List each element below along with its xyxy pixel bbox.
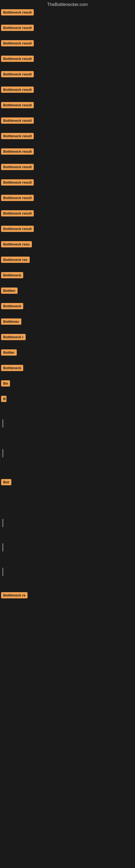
- result-item: B: [0, 396, 135, 403]
- result-item: Bottleneck result: [0, 102, 135, 109]
- result-item: Bottleneck result: [0, 226, 135, 233]
- result-item: Bottleneck result: [0, 133, 135, 140]
- bottleneck-badge[interactable]: Bottleneck result: [1, 210, 34, 216]
- result-item: Bottleneck result: [0, 164, 135, 171]
- bottleneck-badge[interactable]: Bottleneck res: [1, 257, 30, 263]
- result-item: Bottleneck res: [0, 257, 135, 264]
- result-item: Bot: [0, 479, 135, 486]
- result-item: Bottlenec: [0, 318, 135, 326]
- bottleneck-badge[interactable]: Bottleneck result: [1, 25, 34, 31]
- bar-indicator: [2, 568, 3, 576]
- bottleneck-badge[interactable]: Bottleneck re: [1, 592, 28, 598]
- result-item: Bottleneck result: [0, 71, 135, 79]
- bottleneck-badge[interactable]: Bottleneck: [1, 303, 23, 309]
- bottleneck-badge[interactable]: Bottleneck result: [1, 87, 34, 93]
- bottleneck-badge[interactable]: Bottleneck result: [1, 9, 34, 16]
- bottleneck-badge[interactable]: Bottlenec: [1, 318, 21, 325]
- result-item: Bottleneck r: [0, 334, 135, 341]
- bar-indicator: [2, 543, 3, 552]
- bottleneck-badge[interactable]: Bottleneck result: [1, 118, 34, 124]
- bar-indicator: [2, 449, 3, 457]
- result-item: Bottleneck result: [0, 118, 135, 125]
- bottleneck-badge[interactable]: Bottleneck result: [1, 133, 34, 139]
- bottleneck-badge[interactable]: Bottleneck resu: [1, 241, 32, 247]
- result-item: Bottleneck result: [0, 195, 135, 202]
- result-item: [0, 568, 135, 576]
- bottleneck-badge[interactable]: Bottleneck result: [1, 179, 34, 186]
- results-container: Bottleneck resultBottleneck resultBottle…: [0, 9, 135, 708]
- bottleneck-badge[interactable]: Bottleneck: [1, 365, 23, 371]
- result-item: [0, 420, 135, 428]
- result-item: Bo: [0, 380, 135, 388]
- result-item: Bottleneck: [0, 272, 135, 279]
- result-item: Bottleneck result: [0, 56, 135, 63]
- bottleneck-badge[interactable]: Bo: [1, 380, 10, 386]
- result-item: Bottleneck result: [0, 9, 135, 17]
- bottleneck-badge[interactable]: Bottleneck result: [1, 226, 34, 232]
- bottleneck-badge[interactable]: Bot: [1, 479, 11, 485]
- bottleneck-badge[interactable]: Bottleneck result: [1, 195, 34, 201]
- result-item: Bottlen: [0, 287, 135, 295]
- result-item: Bottler: [0, 349, 135, 357]
- bottleneck-badge[interactable]: Bottleneck result: [1, 102, 34, 108]
- bar-indicator: [2, 420, 3, 428]
- result-item: Bottleneck result: [0, 87, 135, 94]
- result-item: [0, 519, 135, 527]
- bottleneck-badge[interactable]: Bottleneck result: [1, 40, 34, 46]
- result-item: Bottleneck result: [0, 40, 135, 48]
- result-item: Bottleneck re: [0, 592, 135, 599]
- bottleneck-badge[interactable]: Bottleneck: [1, 272, 23, 278]
- result-item: [0, 449, 135, 457]
- bottleneck-badge[interactable]: Bottleneck result: [1, 148, 34, 155]
- bottleneck-badge[interactable]: Bottleneck result: [1, 71, 34, 77]
- site-header: TheBottlenecker.com: [0, 0, 135, 9]
- bottleneck-badge[interactable]: Bottleneck r: [1, 334, 26, 340]
- bottleneck-badge[interactable]: Bottleneck result: [1, 56, 34, 62]
- site-title: TheBottlenecker.com: [0, 0, 135, 9]
- bottleneck-badge[interactable]: Bottleneck result: [1, 164, 34, 170]
- result-item: Bottleneck: [0, 365, 135, 372]
- result-item: Bottleneck resu: [0, 241, 135, 248]
- result-item: Bottleneck: [0, 303, 135, 310]
- bottleneck-badge[interactable]: B: [1, 396, 6, 402]
- result-item: Bottleneck result: [0, 210, 135, 218]
- result-item: [0, 543, 135, 552]
- bottleneck-badge[interactable]: Bottlen: [1, 287, 17, 294]
- result-item: Bottleneck result: [0, 148, 135, 156]
- bottleneck-badge[interactable]: Bottler: [1, 349, 17, 355]
- result-item: Bottleneck result: [0, 25, 135, 32]
- result-item: Bottleneck result: [0, 179, 135, 187]
- bar-indicator: [2, 519, 3, 527]
